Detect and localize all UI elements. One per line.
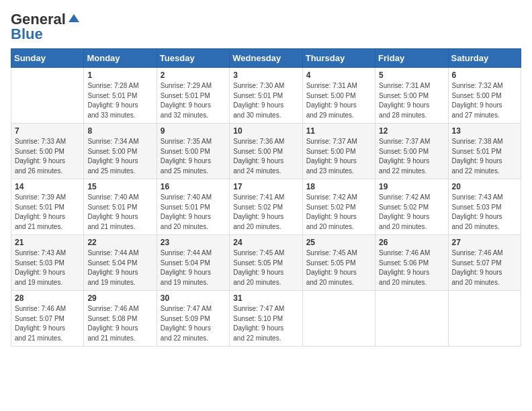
day-number: 28: [15, 293, 80, 303]
day-info: Sunrise: 7:47 AM Sunset: 5:10 PM Dayligh…: [233, 304, 298, 343]
calendar-cell: 17Sunrise: 7:41 AM Sunset: 5:02 PM Dayli…: [230, 179, 302, 235]
day-info: Sunrise: 7:37 AM Sunset: 5:00 PM Dayligh…: [306, 137, 371, 176]
day-number: 16: [161, 182, 226, 191]
day-number: 17: [233, 182, 298, 191]
day-number: 27: [452, 238, 517, 247]
calendar-cell: [302, 291, 375, 347]
calendar-cell: [11, 68, 84, 124]
day-info: Sunrise: 7:42 AM Sunset: 5:02 PM Dayligh…: [306, 193, 371, 232]
day-info: Sunrise: 7:30 AM Sunset: 5:01 PM Dayligh…: [233, 81, 298, 120]
calendar-cell: 1Sunrise: 7:28 AM Sunset: 5:01 PM Daylig…: [84, 68, 157, 124]
day-number: 2: [161, 71, 226, 80]
calendar-cell: 30Sunrise: 7:47 AM Sunset: 5:09 PM Dayli…: [157, 291, 229, 347]
day-info: Sunrise: 7:41 AM Sunset: 5:02 PM Dayligh…: [233, 193, 298, 232]
day-number: 7: [15, 126, 80, 136]
day-info: Sunrise: 7:37 AM Sunset: 5:00 PM Dayligh…: [379, 137, 444, 176]
day-number: 24: [233, 238, 298, 247]
day-number: 15: [87, 182, 152, 191]
calendar-cell: 12Sunrise: 7:37 AM Sunset: 5:00 PM Dayli…: [375, 124, 448, 179]
calendar-cell: [375, 291, 448, 347]
day-info: Sunrise: 7:44 AM Sunset: 5:04 PM Dayligh…: [87, 248, 152, 287]
day-number: 1: [87, 71, 152, 80]
day-info: Sunrise: 7:46 AM Sunset: 5:07 PM Dayligh…: [15, 304, 80, 343]
calendar-cell: [448, 291, 521, 347]
day-info: Sunrise: 7:43 AM Sunset: 5:03 PM Dayligh…: [452, 193, 517, 232]
calendar-cell: 24Sunrise: 7:45 AM Sunset: 5:05 PM Dayli…: [230, 235, 302, 291]
day-number: 9: [161, 126, 226, 136]
day-number: 8: [87, 126, 152, 136]
day-number: 3: [233, 71, 298, 80]
calendar-cell: 10Sunrise: 7:36 AM Sunset: 5:00 PM Dayli…: [230, 124, 302, 179]
weekday-header: Tuesday: [157, 49, 229, 68]
logo-blue-text: Blue: [11, 26, 43, 43]
day-info: Sunrise: 7:31 AM Sunset: 5:00 PM Dayligh…: [379, 81, 444, 120]
calendar-cell: 13Sunrise: 7:38 AM Sunset: 5:01 PM Dayli…: [448, 124, 521, 179]
day-info: Sunrise: 7:31 AM Sunset: 5:00 PM Dayligh…: [306, 81, 371, 120]
day-number: 29: [87, 293, 152, 303]
day-info: Sunrise: 7:28 AM Sunset: 5:01 PM Dayligh…: [87, 81, 152, 120]
day-number: 25: [306, 238, 371, 247]
day-number: 12: [379, 126, 444, 136]
day-number: 14: [15, 182, 80, 191]
weekday-header: Thursday: [302, 49, 375, 68]
day-info: Sunrise: 7:35 AM Sunset: 5:00 PM Dayligh…: [161, 137, 226, 176]
day-number: 4: [306, 71, 371, 80]
calendar-cell: 15Sunrise: 7:40 AM Sunset: 5:01 PM Dayli…: [84, 179, 157, 235]
weekday-header: Friday: [375, 49, 448, 68]
calendar-cell: 29Sunrise: 7:46 AM Sunset: 5:08 PM Dayli…: [84, 291, 157, 347]
calendar-cell: 4Sunrise: 7:31 AM Sunset: 5:00 PM Daylig…: [302, 68, 375, 124]
day-number: 5: [379, 71, 444, 80]
weekday-header: Wednesday: [230, 49, 302, 68]
logo-icon: [67, 13, 81, 26]
day-number: 13: [452, 126, 517, 136]
day-info: Sunrise: 7:36 AM Sunset: 5:00 PM Dayligh…: [233, 137, 298, 176]
calendar-cell: 26Sunrise: 7:46 AM Sunset: 5:06 PM Dayli…: [375, 235, 448, 291]
day-info: Sunrise: 7:46 AM Sunset: 5:06 PM Dayligh…: [379, 248, 444, 287]
weekday-header: Sunday: [11, 49, 84, 68]
calendar-cell: 16Sunrise: 7:40 AM Sunset: 5:01 PM Dayli…: [157, 179, 229, 235]
day-info: Sunrise: 7:40 AM Sunset: 5:01 PM Dayligh…: [87, 193, 152, 232]
calendar-cell: 23Sunrise: 7:44 AM Sunset: 5:04 PM Dayli…: [157, 235, 229, 291]
calendar-cell: 18Sunrise: 7:42 AM Sunset: 5:02 PM Dayli…: [302, 179, 375, 235]
day-info: Sunrise: 7:43 AM Sunset: 5:03 PM Dayligh…: [15, 248, 80, 287]
day-number: 22: [87, 238, 152, 247]
day-info: Sunrise: 7:32 AM Sunset: 5:00 PM Dayligh…: [452, 81, 517, 120]
day-info: Sunrise: 7:45 AM Sunset: 5:05 PM Dayligh…: [306, 248, 371, 287]
calendar-cell: 9Sunrise: 7:35 AM Sunset: 5:00 PM Daylig…: [157, 124, 229, 179]
calendar-cell: 31Sunrise: 7:47 AM Sunset: 5:10 PM Dayli…: [230, 291, 302, 347]
day-number: 31: [233, 293, 298, 303]
calendar-cell: 21Sunrise: 7:43 AM Sunset: 5:03 PM Dayli…: [11, 235, 84, 291]
day-number: 18: [306, 182, 371, 191]
svg-marker-0: [69, 14, 79, 22]
day-number: 6: [452, 71, 517, 80]
day-number: 21: [15, 238, 80, 247]
day-number: 30: [161, 293, 226, 303]
page-header: General Blue: [11, 11, 521, 43]
calendar-cell: 20Sunrise: 7:43 AM Sunset: 5:03 PM Dayli…: [448, 179, 521, 235]
calendar-cell: 3Sunrise: 7:30 AM Sunset: 5:01 PM Daylig…: [230, 68, 302, 124]
day-info: Sunrise: 7:45 AM Sunset: 5:05 PM Dayligh…: [233, 248, 298, 287]
day-number: 26: [379, 238, 444, 247]
day-number: 23: [161, 238, 226, 247]
day-info: Sunrise: 7:34 AM Sunset: 5:00 PM Dayligh…: [87, 137, 152, 176]
day-info: Sunrise: 7:38 AM Sunset: 5:01 PM Dayligh…: [452, 137, 517, 176]
day-info: Sunrise: 7:40 AM Sunset: 5:01 PM Dayligh…: [161, 193, 226, 232]
calendar-cell: 22Sunrise: 7:44 AM Sunset: 5:04 PM Dayli…: [84, 235, 157, 291]
weekday-header: Saturday: [448, 49, 521, 68]
day-info: Sunrise: 7:44 AM Sunset: 5:04 PM Dayligh…: [161, 248, 226, 287]
day-info: Sunrise: 7:29 AM Sunset: 5:01 PM Dayligh…: [161, 81, 226, 120]
day-number: 10: [233, 126, 298, 136]
calendar-cell: 27Sunrise: 7:46 AM Sunset: 5:07 PM Dayli…: [448, 235, 521, 291]
day-number: 20: [452, 182, 517, 191]
calendar-cell: 8Sunrise: 7:34 AM Sunset: 5:00 PM Daylig…: [84, 124, 157, 179]
calendar-cell: 25Sunrise: 7:45 AM Sunset: 5:05 PM Dayli…: [302, 235, 375, 291]
calendar-cell: 28Sunrise: 7:46 AM Sunset: 5:07 PM Dayli…: [11, 291, 84, 347]
calendar-cell: 7Sunrise: 7:33 AM Sunset: 5:00 PM Daylig…: [11, 124, 84, 179]
day-info: Sunrise: 7:46 AM Sunset: 5:07 PM Dayligh…: [452, 248, 517, 287]
day-info: Sunrise: 7:39 AM Sunset: 5:01 PM Dayligh…: [15, 193, 80, 232]
calendar-cell: 2Sunrise: 7:29 AM Sunset: 5:01 PM Daylig…: [157, 68, 229, 124]
calendar-table: SundayMondayTuesdayWednesdayThursdayFrid…: [11, 48, 521, 347]
day-info: Sunrise: 7:46 AM Sunset: 5:08 PM Dayligh…: [87, 304, 152, 343]
calendar-cell: 19Sunrise: 7:42 AM Sunset: 5:02 PM Dayli…: [375, 179, 448, 235]
day-info: Sunrise: 7:33 AM Sunset: 5:00 PM Dayligh…: [15, 137, 80, 176]
